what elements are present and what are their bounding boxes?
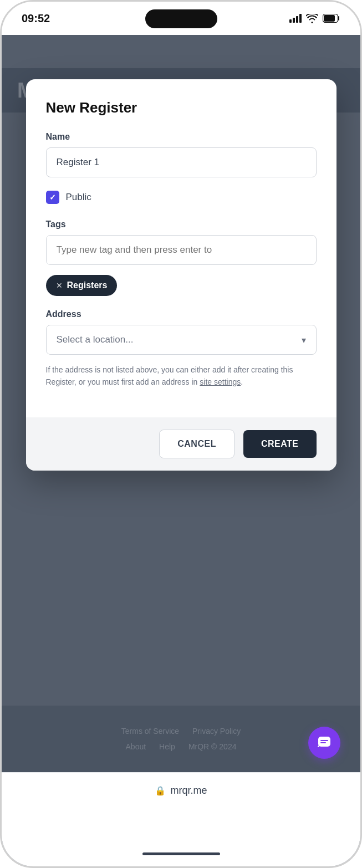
address-label: Address [46, 309, 317, 319]
tags-form-group: Tags ✕ Registers [46, 219, 317, 296]
signal-bar-4 [299, 14, 302, 23]
modal-title: New Register [46, 99, 317, 116]
url-text: mrqr.me [170, 785, 207, 796]
status-time: 09:52 [22, 12, 50, 25]
name-label: Name [46, 132, 317, 142]
svg-rect-1 [324, 15, 335, 22]
bottom-bar: 🔒 mrqr.me [2, 772, 360, 866]
address-placeholder: Select a location... [57, 334, 134, 345]
checkmark-icon: ✓ [49, 193, 56, 202]
lock-icon: 🔒 [155, 785, 166, 796]
signal-bar-3 [296, 16, 298, 23]
tag-chip-label: Registers [67, 280, 108, 290]
tag-chip-registers[interactable]: ✕ Registers [46, 275, 118, 296]
status-icons [289, 14, 340, 23]
name-input[interactable] [46, 147, 317, 177]
tag-remove-icon: ✕ [56, 281, 63, 290]
modal-body: New Register Name ✓ Public Tags [26, 79, 336, 417]
address-select[interactable]: Select a location... ▾ [46, 325, 317, 355]
chat-fab-button[interactable] [308, 727, 340, 759]
site-settings-link[interactable]: site settings [200, 377, 241, 386]
public-checkbox[interactable]: ✓ [46, 191, 59, 204]
battery-icon [323, 14, 340, 23]
public-checkbox-row: ✓ Public [46, 191, 317, 204]
modal-footer: CANCEL CREATE [26, 417, 336, 471]
modal-dialog: New Register Name ✓ Public Tags [26, 79, 336, 471]
signal-bar-1 [289, 19, 292, 23]
chat-icon [317, 736, 332, 750]
chevron-down-icon: ▾ [302, 335, 306, 345]
phone-shell: 09:52 [0, 0, 362, 868]
cancel-button[interactable]: CANCEL [159, 430, 234, 458]
address-form-group: Address Select a location... ▾ If the ad… [46, 309, 317, 389]
svg-rect-3 [320, 740, 328, 741]
url-bar: 🔒 mrqr.me [155, 785, 207, 796]
tags-input[interactable] [46, 235, 317, 265]
modal-backdrop: New Register Name ✓ Public Tags [2, 35, 360, 772]
signal-bar-2 [293, 18, 295, 23]
tags-label: Tags [46, 219, 317, 229]
address-hint: If the address is not listed above, you … [46, 364, 317, 389]
name-form-group: Name [46, 132, 317, 177]
wifi-icon [306, 14, 318, 23]
create-button[interactable]: CREATE [243, 430, 317, 458]
signal-bars-icon [289, 14, 302, 23]
svg-rect-4 [320, 742, 326, 743]
home-indicator [142, 852, 220, 855]
public-label: Public [66, 192, 91, 203]
dynamic-island [145, 9, 217, 28]
